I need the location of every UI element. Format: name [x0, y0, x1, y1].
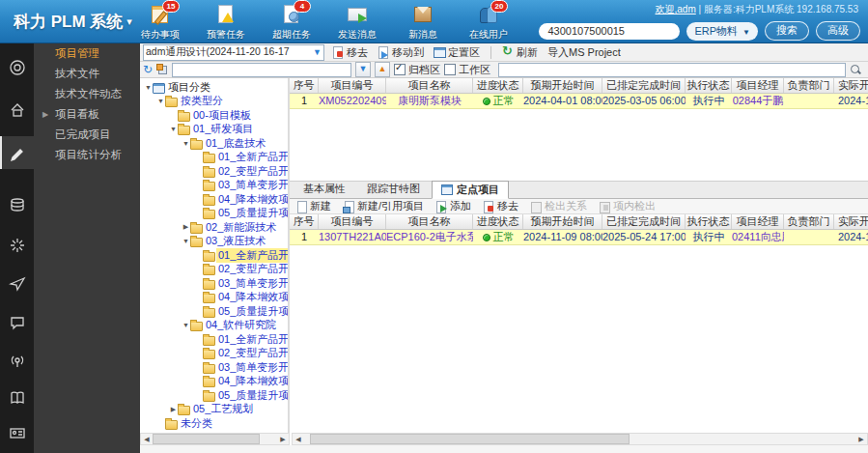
sidebar-menu-item[interactable]: 已完成项目	[34, 125, 140, 145]
search-magnifier-icon[interactable]	[850, 64, 862, 76]
search-button[interactable]: 搜索	[765, 21, 809, 41]
tree-node[interactable]: 05_质量提升项目	[140, 304, 288, 319]
app-title-menu[interactable]: 科力 PLM 系统▾	[14, 11, 132, 33]
tree-filter-input[interactable]	[172, 63, 351, 77]
detail-tab[interactable]: 定点项目	[432, 181, 509, 199]
project-name-link[interactable]: ECP160-2电子水泵	[386, 230, 473, 244]
tree-node-label[interactable]: 01_底盘技术	[204, 136, 267, 151]
locate-node-icon[interactable]	[156, 64, 168, 75]
tree-expand-arrow[interactable]: ▼	[182, 322, 190, 328]
tree-node[interactable]: ▼ 04_软件研究院	[140, 319, 288, 333]
checkout-relation-button[interactable]: 检出关系	[528, 199, 589, 213]
tree-node-label[interactable]: 02_变型产品开发(零及器开	[216, 346, 290, 360]
tree-node-label[interactable]: 02_变型产品开发(零及器开	[216, 164, 290, 179]
tree-expand-arrow[interactable]: ▶	[182, 223, 190, 231]
refresh-tree-icon[interactable]: ↻	[143, 64, 153, 75]
sidebar-menu-item[interactable]: ▶ 项目看板	[34, 104, 140, 125]
checkout-in-item-button[interactable]: 项内检出	[597, 199, 658, 213]
scroll-left-arrow[interactable]: ◀	[293, 434, 304, 444]
tree-node-label[interactable]: 05_工艺规划	[191, 402, 255, 416]
list-filter-input[interactable]	[498, 63, 846, 77]
tree-node-label[interactable]: 05_质量提升项目	[216, 206, 290, 220]
tree-node[interactable]: 03_简单变形开发	[140, 276, 288, 291]
tree-horizontal-scrollbar[interactable]: ◀ ▶	[140, 433, 290, 445]
archive-area-checkbox[interactable]: 归档区	[394, 63, 440, 77]
header-shortcut-button[interactable]: 15 待办事项	[135, 3, 185, 42]
tree-expand-arrow[interactable]: ▼	[182, 238, 190, 244]
scrollbar-track[interactable]	[153, 434, 277, 444]
detail-tab[interactable]: 跟踪甘特图	[357, 180, 430, 198]
database-icon[interactable]	[0, 188, 34, 221]
tree-node[interactable]: ▼ 项目分类	[140, 80, 288, 95]
chat-icon[interactable]	[0, 306, 34, 339]
table-row-selected[interactable]: 1 XM05220240912 康明斯泵模块 正常 2024-04-01 08:…	[290, 94, 868, 109]
scroll-right-arrow[interactable]: ▶	[855, 434, 867, 444]
view-scheme-combobox[interactable]: adm通用设计(2024-11-20 16-17 ▼	[143, 44, 324, 61]
tree-node-label[interactable]: 01_全新产品开发	[216, 332, 290, 347]
tree-node[interactable]: 未分类	[140, 416, 288, 431]
tree-node[interactable]: 04_降本增效项目	[140, 375, 288, 389]
table-row-selected[interactable]: 1 1307TH221A001 ECP160-2电子水泵 正常 2024-11-…	[290, 230, 868, 245]
project-manager-link[interactable]: 02844于鹏	[732, 94, 784, 108]
tree-node[interactable]: 05_质量提升项目	[140, 207, 288, 221]
refresh-button[interactable]: 刷新	[500, 45, 540, 60]
tree-node-label[interactable]: 02_变型产品开发(零及器开	[216, 262, 290, 276]
import-ms-project-button[interactable]: 导入MS Project	[546, 45, 623, 60]
tree-node-label[interactable]: 04_降本增效项目	[216, 192, 290, 207]
scrollbar-track[interactable]	[304, 434, 855, 444]
tree-node-label[interactable]: 04_降本增效项目	[216, 290, 290, 304]
sidebar-menu-item[interactable]: 技术文件	[34, 64, 140, 84]
header-shortcut-button[interactable]: 4 超期任务	[266, 3, 317, 42]
tree-node[interactable]: ▶ 05_工艺规划	[140, 403, 288, 417]
tree-node-label[interactable]: 03_简单变形开发	[216, 178, 290, 192]
broadcast-icon[interactable]	[0, 345, 34, 378]
tree-node-label[interactable]: 01_研发项目	[191, 122, 255, 136]
tree-node[interactable]: ▼ 01_底盘技术	[140, 136, 288, 151]
tree-node[interactable]: ▶ 02_新能源技术	[140, 220, 288, 235]
tree-node[interactable]: 03_简单变形开发	[140, 360, 288, 375]
project-code-link[interactable]: 1307TH221A001	[319, 230, 386, 244]
tree-node-label[interactable]: 01_全新产品开发	[216, 248, 290, 263]
project-edit-icon[interactable]	[0, 136, 34, 169]
tree-node[interactable]: 04_降本增效项目	[140, 192, 288, 207]
send-icon[interactable]	[0, 268, 34, 300]
tree-node[interactable]: 01_全新产品开发	[140, 332, 288, 347]
sidebar-menu-item[interactable]: 项目管理	[34, 43, 140, 64]
scroll-left-arrow[interactable]: ◀	[141, 434, 153, 444]
advanced-search-button[interactable]: 高级	[816, 21, 860, 41]
search-category-select[interactable]: ERP物料▼	[686, 22, 758, 41]
add-button[interactable]: 添加	[434, 199, 473, 213]
tree-node-label[interactable]: 01_全新产品开发	[216, 150, 290, 164]
tree-node-label[interactable]: 00-项目模板	[191, 108, 253, 123]
tree-node[interactable]: ▼ 01_研发项目	[140, 123, 288, 137]
dock-area-button[interactable]: 定置区	[432, 45, 482, 60]
tree-node-label[interactable]: 按类型分	[179, 94, 225, 108]
tree-node[interactable]: 00-项目模板	[140, 108, 288, 123]
book-icon[interactable]	[0, 382, 34, 414]
explore-icon[interactable]	[0, 51, 34, 84]
tree-node-label[interactable]: 05_质量提升项目	[216, 304, 290, 319]
scrollbar-thumb[interactable]	[310, 434, 630, 444]
project-manager-link[interactable]: 02411向忠鹏	[732, 230, 784, 244]
table-horizontal-scrollbar[interactable]: ◀ ▶	[292, 433, 868, 445]
tree-node-label[interactable]: 项目分类	[166, 80, 212, 95]
tree-node-label[interactable]: 02_新能源技术	[204, 220, 278, 235]
tree-node[interactable]: 03_简单变形开发	[140, 179, 288, 193]
sidebar-menu-item[interactable]: 项目统计分析	[34, 145, 140, 165]
project-code-link[interactable]: XM05220240912	[319, 94, 386, 108]
project-name-link[interactable]: 康明斯泵模块	[386, 94, 473, 108]
scrollbar-thumb[interactable]	[153, 434, 260, 444]
home-icon[interactable]	[0, 94, 34, 127]
scroll-right-arrow[interactable]: ▶	[277, 434, 289, 444]
search-input[interactable]	[539, 23, 680, 40]
spinner-icon[interactable]	[0, 229, 34, 262]
header-shortcut-button[interactable]: 新消息	[398, 3, 448, 42]
workspace-checkbox[interactable]: 工作区	[444, 63, 490, 77]
tree-node[interactable]: 05_质量提升项目	[140, 388, 288, 403]
detail-tab[interactable]: 基本属性	[294, 180, 355, 198]
welcome-user-link[interactable]: 欢迎,adm	[656, 4, 696, 14]
tree-expand-arrow[interactable]: ▼	[182, 140, 190, 147]
tree-expand-arrow[interactable]: ▼	[169, 126, 178, 132]
sidebar-menu-item[interactable]: 技术文件动态	[34, 84, 140, 104]
tree-node[interactable]: 01_全新产品开发	[140, 248, 288, 263]
